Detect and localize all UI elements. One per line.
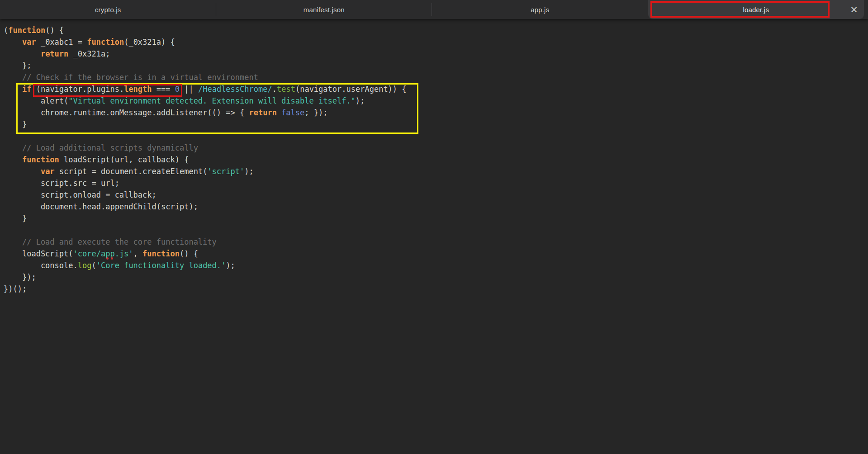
code-line: (function() { (4, 24, 868, 36)
code-line: }; (4, 60, 868, 71)
code-line (4, 224, 868, 236)
tab-crypto-js[interactable]: crypto.js (0, 0, 216, 19)
code-line: document.head.appendChild(script); (4, 201, 868, 213)
code-line: }); (4, 271, 868, 283)
code-line: } (4, 213, 868, 224)
tab-manifest-json[interactable]: manifest.json (216, 0, 432, 19)
code-line: } (4, 118, 868, 130)
code-line: alert("Virtual environment detected. Ext… (4, 95, 868, 107)
code-line: })(); (4, 283, 868, 295)
tab-label: manifest.json (304, 6, 345, 14)
tab-loader-js[interactable]: loader.js× (648, 0, 864, 19)
code-line: console.log('Core functionality loaded.'… (4, 260, 868, 271)
tab-app-js[interactable]: app.js (432, 0, 648, 19)
code-line: // Load additional scripts dynamically (4, 142, 868, 154)
code-line: if (navigator.plugins.length === 0 || /H… (4, 83, 868, 95)
code-line: script.src = url; (4, 177, 868, 189)
close-icon[interactable]: × (850, 5, 858, 14)
code-line (4, 130, 868, 142)
code-line: function loadScript(url, callback) { (4, 154, 868, 166)
tab-bar: crypto.jsmanifest.jsonapp.jsloader.js× (0, 0, 868, 19)
code-line: var script = document.createElement('scr… (4, 166, 868, 177)
tab-label: app.js (531, 6, 549, 14)
tab-label: loader.js (743, 6, 769, 14)
code-line: // Check if the browser is in a virtual … (4, 71, 868, 83)
editor-window: crypto.jsmanifest.jsonapp.jsloader.js× (… (0, 0, 868, 454)
code-line: return _0x321a; (4, 48, 868, 60)
code-line: var _0xabc1 = function(_0x321a) { (4, 36, 868, 48)
code-line: // Load and execute the core functionali… (4, 236, 868, 248)
tab-label: crypto.js (95, 6, 121, 14)
code-line: script.onload = callback; (4, 189, 868, 201)
code-line: chrome.runtime.onMessage.addListener(() … (4, 107, 868, 118)
code-editor[interactable]: (function() { var _0xabc1 = function(_0x… (0, 19, 868, 295)
code-line: loadScript('core/app.js', function() { (4, 248, 868, 260)
